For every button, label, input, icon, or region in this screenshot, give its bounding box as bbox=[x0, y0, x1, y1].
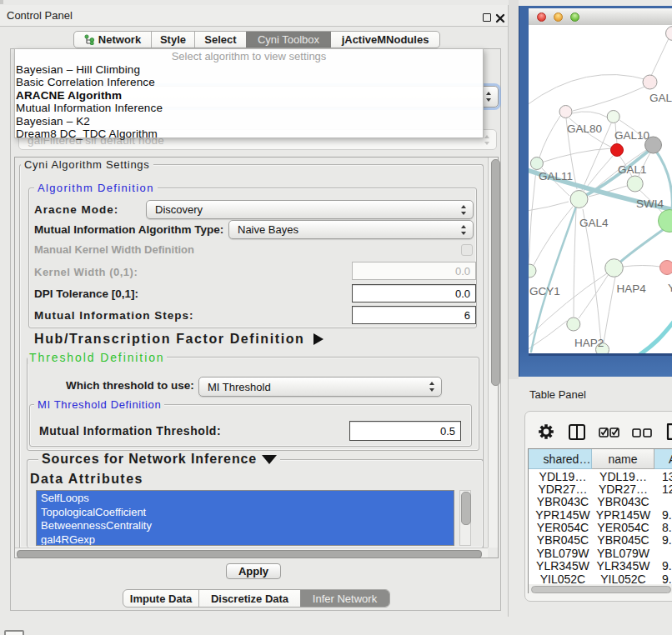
column-header-shared[interactable]: shared… bbox=[529, 449, 592, 469]
table-row[interactable]: YDR27…YDR27…12. bbox=[529, 483, 672, 496]
dropdown-item[interactable]: ARACNE Algorithm bbox=[15, 89, 483, 102]
tab-cyni-toolbox[interactable]: Cyni Toolbox bbox=[246, 32, 331, 48]
combo-arrows-icon bbox=[486, 92, 492, 102]
network-window: GAL2 GAL80 GAL10 GAL1 GAL11 SWI4 GAL4 GC… bbox=[519, 6, 672, 377]
expand-arrow-icon[interactable] bbox=[313, 333, 323, 345]
table-hscrollbar-thumb[interactable] bbox=[531, 586, 671, 593]
window-zoom-button[interactable] bbox=[570, 12, 579, 22]
combo-arrows-icon bbox=[461, 205, 467, 215]
svg-text:GAL1: GAL1 bbox=[618, 163, 647, 176]
kernel-width-field[interactable]: 0.0 bbox=[352, 262, 476, 280]
table-cell: 9. bbox=[662, 509, 672, 522]
checked-boxes-icon[interactable] bbox=[599, 428, 619, 438]
tab-select[interactable]: Select bbox=[194, 32, 246, 48]
splitpane-gap[interactable] bbox=[509, 0, 519, 379]
dropdown-prompt: Select algorithm to view settings bbox=[15, 49, 483, 63]
tab-jactivemnodules[interactable]: jActiveMNodules bbox=[331, 32, 439, 48]
close-icon[interactable] bbox=[495, 13, 505, 23]
table-row[interactable]: YER054CYER054C8. bbox=[529, 522, 672, 534]
list-vscrollbar[interactable] bbox=[459, 490, 471, 546]
table-row[interactable]: YBR043CYBR043C bbox=[529, 496, 672, 508]
attribute-list-item[interactable]: TopologicalCoefficient bbox=[37, 506, 454, 520]
table-cell: 12. bbox=[662, 483, 672, 496]
cut-button-bottom-left[interactable] bbox=[4, 630, 24, 635]
gear-icon[interactable] bbox=[539, 424, 554, 439]
dpi-tolerance-field[interactable]: 0.0 bbox=[352, 284, 476, 302]
which-threshold-combo[interactable]: MI Threshold bbox=[198, 377, 442, 397]
network-window-titlebar[interactable] bbox=[529, 8, 672, 26]
tab-impute-data[interactable]: Impute Data bbox=[123, 590, 198, 607]
tab-infer-network[interactable]: Infer Network bbox=[300, 590, 389, 607]
network-icon bbox=[84, 34, 95, 45]
table-cell: YBR043C bbox=[592, 496, 654, 508]
window-close-button[interactable] bbox=[537, 12, 546, 22]
mi-type-label: Mutual Information Algorithm Type: bbox=[34, 223, 223, 236]
node-table: shared… name A YDL19…YDL19…13.YDR27…YDR2… bbox=[528, 448, 672, 593]
mi-type-combo[interactable]: Naive Bayes bbox=[228, 220, 474, 239]
svg-text:SWI4: SWI4 bbox=[636, 198, 664, 210]
apply-button[interactable]: Apply bbox=[226, 563, 281, 579]
table-row[interactable]: YBL079WYBL079W bbox=[529, 548, 672, 560]
table-row[interactable]: YPR145WYPR145W9. bbox=[529, 509, 672, 522]
mi-steps-field[interactable]: 6 bbox=[352, 306, 476, 324]
table-cell: YPR145W bbox=[531, 509, 594, 522]
algorithm-definition-title: Algorithm Definition bbox=[34, 182, 158, 194]
tab-network[interactable]: Network bbox=[74, 32, 151, 48]
table-cell: YDR27… bbox=[531, 483, 594, 496]
dropdown-item[interactable]: Dream8 DC_TDC Algorithm bbox=[15, 128, 483, 140]
column-header-extra[interactable]: A bbox=[654, 449, 672, 469]
dropdown-item[interactable]: Bayesian – K2 bbox=[15, 115, 483, 128]
data-attributes-label: Data Attributes bbox=[30, 472, 143, 487]
cyni-algorithm-settings-title: Cyni Algorithm Settings bbox=[21, 158, 153, 171]
table-cell: YER054C bbox=[531, 522, 594, 534]
attribute-list-item[interactable]: SelfLoops bbox=[37, 492, 454, 506]
svg-text:GAL2: GAL2 bbox=[649, 92, 672, 104]
table-hscrollbar[interactable] bbox=[529, 584, 672, 593]
svg-text:GAL10: GAL10 bbox=[614, 129, 649, 142]
attribute-list-item[interactable]: BetweennessCentrality bbox=[37, 519, 454, 533]
aracne-mode-label: Aracne Mode: bbox=[34, 203, 118, 216]
mi-steps-label: Mutual Information Steps: bbox=[34, 309, 194, 322]
network-canvas[interactable]: GAL2 GAL80 GAL10 GAL1 GAL11 SWI4 GAL4 GC… bbox=[529, 25, 672, 353]
table-cell: YLR345W bbox=[531, 560, 594, 572]
dropdown-item[interactable]: Bayesian – Hill Climbing bbox=[15, 63, 483, 76]
tab-style[interactable]: Style bbox=[151, 32, 194, 48]
tab-discretize-data[interactable]: Discretize Data bbox=[198, 590, 300, 607]
window-minimize-button[interactable] bbox=[554, 12, 563, 22]
table-cell: YDR27… bbox=[592, 483, 654, 496]
svg-text:GCY1: GCY1 bbox=[529, 285, 560, 298]
float-window-icon[interactable] bbox=[483, 13, 491, 22]
svg-text:HAP4: HAP4 bbox=[617, 282, 647, 295]
table-row[interactable]: YDL19…YDL19…13. bbox=[529, 471, 672, 483]
dropdown-item[interactable]: Mutual Information Inference bbox=[15, 102, 483, 114]
application-window: Control Panel Network Style Select Cyni … bbox=[0, 0, 672, 635]
settings-vscrollbar[interactable] bbox=[488, 158, 498, 548]
svg-text:GAL11: GAL11 bbox=[539, 170, 573, 182]
data-attributes-list[interactable]: SelfLoopsTopologicalCoefficientBetweenne… bbox=[36, 490, 454, 546]
svg-text:GAL80: GAL80 bbox=[567, 122, 602, 135]
kernel-width-label: Kernel Width (0,1): bbox=[34, 266, 138, 278]
svg-text:GAL4: GAL4 bbox=[579, 217, 609, 229]
which-threshold-value: MI Threshold bbox=[208, 378, 271, 396]
hub-definition-label: Hub/Transcription Factor Definition bbox=[34, 332, 323, 347]
mi-threshold-field[interactable]: 0.5 bbox=[349, 421, 461, 441]
settings-hscrollbar[interactable] bbox=[15, 548, 488, 558]
list-vscrollbar-thumb[interactable] bbox=[461, 492, 471, 525]
document-icon[interactable] bbox=[666, 423, 672, 440]
settings-vscrollbar-thumb[interactable] bbox=[491, 159, 500, 386]
dropdown-item[interactable]: Basic Correlation Inference bbox=[15, 76, 483, 88]
threshold-definition-title: Threshold Definition bbox=[28, 351, 167, 364]
combo-arrows-icon bbox=[429, 382, 435, 392]
aracne-mode-combo[interactable]: Discovery bbox=[146, 200, 474, 219]
attribute-list-item[interactable]: gal4RGexp bbox=[37, 533, 454, 546]
combo-arrows-icon bbox=[484, 135, 490, 145]
settings-hscrollbar-thumb[interactable] bbox=[17, 550, 482, 558]
table-row[interactable]: YBR045CYBR045C9. bbox=[529, 534, 672, 547]
split-columns-icon[interactable] bbox=[569, 424, 585, 440]
manual-kernel-checkbox[interactable] bbox=[461, 244, 473, 256]
column-header-name[interactable]: name bbox=[592, 449, 654, 469]
collapse-arrow-icon[interactable] bbox=[262, 455, 277, 464]
kernel-width-value: 0.0 bbox=[455, 262, 470, 279]
table-row[interactable]: YLR345WYLR345W9. bbox=[529, 560, 672, 572]
unchecked-boxes-icon[interactable] bbox=[632, 428, 652, 438]
